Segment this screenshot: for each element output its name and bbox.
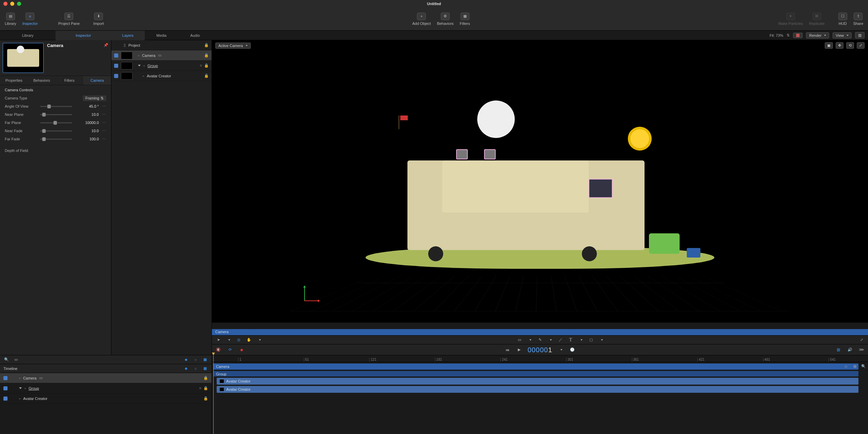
transform-3d-tool[interactable]: ◎ — [236, 337, 242, 343]
tab-library[interactable]: Library — [0, 31, 56, 40]
inspector-tab-camera[interactable]: Camera — [83, 76, 111, 85]
timeline-row[interactable]: ▫Avatar Creator🔒 — [0, 393, 212, 404]
disclosure-triangle-icon[interactable] — [19, 387, 22, 389]
stack-icon[interactable]: ≡ — [200, 63, 202, 68]
camera-type-select[interactable]: Framing⇅ — [83, 95, 106, 101]
timeline-row[interactable]: ▫Camera▭🔒 — [0, 373, 212, 383]
inspector-toolbar-button[interactable]: ≡ Inspector — [22, 13, 38, 26]
play-button[interactable]: ▶ — [516, 347, 522, 353]
timeline-visibility-checkbox[interactable] — [3, 386, 7, 390]
minimize-window-button[interactable] — [10, 2, 14, 6]
text-tool-menu[interactable] — [578, 337, 584, 343]
param-menu-icon[interactable]: ⋯ — [102, 129, 106, 133]
lock-icon[interactable]: 🔒 — [204, 63, 209, 68]
pin-icon[interactable]: 📌 — [104, 43, 108, 47]
param-menu-icon[interactable]: ⋯ — [102, 137, 106, 141]
paint-tool[interactable]: ✎ — [537, 337, 543, 343]
dolly-3d-tool[interactable]: ⤢ — [857, 42, 865, 49]
arrow-tool[interactable]: ➤ — [215, 337, 221, 343]
tab-media[interactable]: Media — [145, 31, 179, 40]
loop-icon[interactable]: ⟳ — [227, 347, 233, 353]
layer-name[interactable]: Avatar Creator — [147, 74, 171, 78]
param-slider[interactable] — [40, 130, 72, 131]
share-toolbar-button[interactable]: ⇪ Share — [853, 13, 863, 26]
color-channel-dropdown[interactable] — [793, 33, 803, 38]
mini-timeline-camera-track[interactable]: Camera — [212, 329, 868, 335]
tab-audio[interactable]: Audio — [178, 31, 212, 40]
tracks-playhead[interactable] — [213, 362, 214, 434]
inspector-tab-behaviors[interactable]: Behaviors — [28, 76, 56, 85]
timeline-layout-icon[interactable]: ▭ — [13, 357, 19, 362]
shape-tool-menu[interactable] — [527, 337, 533, 343]
expand-toolstrip-icon[interactable]: ⤢ — [858, 337, 865, 343]
go-to-start-button[interactable]: ⏮ — [505, 347, 511, 353]
line-tool[interactable]: ／ — [557, 337, 563, 343]
layer-row[interactable]: ▫Camera▭🔒 — [111, 50, 212, 61]
camera-tool-1[interactable]: ▣ — [825, 42, 833, 49]
timecode-menu[interactable] — [558, 347, 564, 353]
text-tool[interactable]: T — [568, 337, 574, 343]
lock-icon[interactable]: 🔒 — [203, 376, 208, 380]
playhead[interactable] — [213, 355, 214, 362]
timeline-filter-circle-icon[interactable]: ○ — [192, 357, 199, 362]
param-slider[interactable] — [40, 106, 72, 107]
layout-dropdown[interactable]: ▥ — [855, 32, 865, 38]
tab-layers[interactable]: Layers — [111, 31, 145, 40]
timeline-filter-masks-icon[interactable]: ▦ — [202, 357, 208, 362]
lock-icon[interactable]: 🔒 — [204, 53, 209, 58]
snap-icon[interactable]: ⊞ — [852, 363, 858, 369]
active-camera-dropdown[interactable]: Active Camera — [215, 43, 251, 49]
timeline-tracks-area[interactable]: Camera Group Avatar Creator Avatar Creat… — [212, 362, 868, 434]
layer-visibility-checkbox[interactable] — [114, 74, 118, 78]
timeline-visibility-checkbox[interactable] — [3, 376, 7, 380]
track-group[interactable]: Group — [213, 371, 858, 376]
viewport[interactable] — [212, 51, 868, 322]
layer-row[interactable]: ▫Avatar Creator🔒 — [111, 71, 212, 81]
library-toolbar-button[interactable]: ▤ Library — [5, 13, 16, 26]
hand-tool-menu[interactable] — [256, 337, 262, 343]
track-camera[interactable]: Camera — [213, 363, 858, 370]
zoom-stepper-icon[interactable]: ⇅ — [787, 33, 790, 37]
lock-icon[interactable]: 🔒 — [204, 43, 209, 47]
tab-inspector[interactable]: Inspector — [56, 31, 111, 40]
lock-icon[interactable]: 🔒 — [204, 74, 209, 78]
param-slider[interactable] — [40, 122, 72, 123]
layer-row[interactable]: ▫Group≡🔒 — [111, 61, 212, 71]
lock-icon[interactable]: 🔒 — [203, 386, 208, 390]
rectangle-tool[interactable]: ▭ — [516, 337, 523, 343]
lock-icon[interactable]: 🔒 — [203, 396, 208, 401]
clock-icon[interactable]: 🕐 — [569, 347, 575, 353]
param-value[interactable]: 100.0 — [75, 137, 99, 141]
zoom-timeline-icon[interactable]: 🔍 — [861, 363, 867, 369]
param-slider[interactable] — [40, 114, 72, 115]
param-value[interactable]: 10.0 — [75, 129, 99, 133]
timeline-search-icon[interactable]: 🔍 — [3, 357, 10, 362]
layer-name[interactable]: Group — [148, 64, 158, 68]
orbit-3d-tool[interactable]: ⟲ — [846, 42, 854, 49]
timeline-ruler[interactable]: 161121181241301361421481541 — [212, 355, 868, 362]
timeline-opt-1-icon[interactable]: ◈ — [183, 366, 189, 371]
timeline-row-name[interactable]: Avatar Creator — [23, 397, 47, 401]
timeline-view-toggle[interactable]: ▥ — [835, 347, 841, 353]
close-window-button[interactable] — [3, 2, 7, 6]
track-avatar-1[interactable]: Avatar Creator — [217, 378, 858, 385]
depth-of-field-disclosure[interactable]: Depth of Field — [5, 149, 28, 153]
mini-timeline[interactable] — [212, 322, 868, 329]
pan-3d-tool[interactable]: ✥ — [836, 42, 843, 49]
timeline-row[interactable]: ▫Group≡🔒 — [0, 383, 212, 393]
behaviors-toolbar-button[interactable]: ⚙ Behaviors — [437, 13, 454, 26]
mask-tool-menu[interactable] — [598, 337, 604, 343]
timeline-opt-3-icon[interactable]: ▦ — [202, 366, 208, 371]
audio-meter-icon[interactable]: 🔊 — [847, 347, 853, 353]
timeline-opt-2-icon[interactable]: ○ — [192, 366, 199, 371]
timeline-row-name[interactable]: Camera — [23, 376, 36, 380]
mask-tool[interactable]: ▢ — [588, 337, 594, 343]
keyframe-nav-icon[interactable]: ◇ — [843, 363, 849, 369]
param-value[interactable]: 10000.0 — [75, 121, 99, 125]
paint-tool-menu[interactable] — [547, 337, 553, 343]
import-toolbar-button[interactable]: ⬇ Import — [93, 13, 104, 26]
filters-toolbar-button[interactable]: ▦ Filters — [460, 13, 470, 26]
param-slider[interactable] — [40, 139, 72, 140]
hud-toolbar-button[interactable]: ☐ HUD — [838, 13, 847, 26]
inspector-tab-filters[interactable]: Filters — [56, 76, 83, 85]
